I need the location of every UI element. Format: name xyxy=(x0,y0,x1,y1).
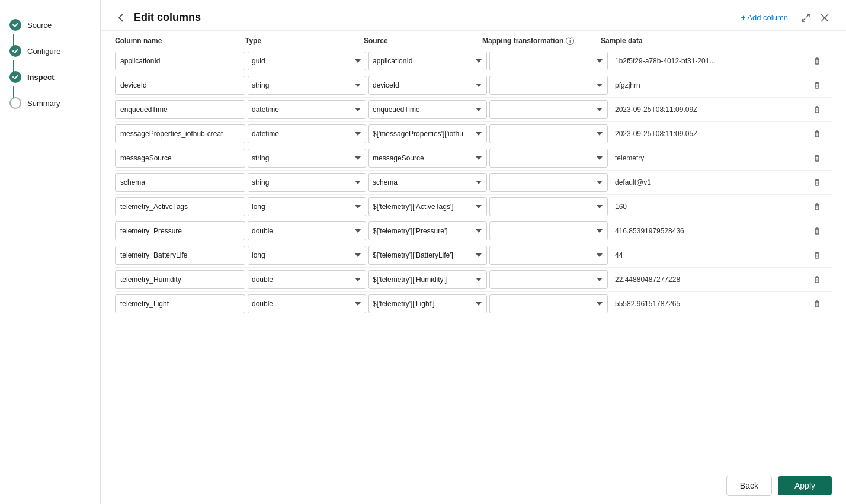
sample-data-cell: 22.44880487277228 xyxy=(610,275,808,284)
sidebar-item-configure[interactable]: Configure xyxy=(0,38,100,64)
mapping-select[interactable] xyxy=(489,76,608,95)
column-name-input[interactable] xyxy=(115,149,245,168)
type-select[interactable]: guidstringdatetimelongdoubleintboolean xyxy=(248,100,366,119)
apply-button[interactable]: Apply xyxy=(778,476,832,495)
sidebar-label-configure: Configure xyxy=(27,47,60,56)
step-icon-source xyxy=(9,19,21,31)
column-name-input[interactable] xyxy=(115,221,245,240)
table-row: guidstringdatetimelongdoubleintboolean$[… xyxy=(115,243,832,268)
type-select[interactable]: guidstringdatetimelongdoubleintboolean xyxy=(248,246,366,265)
delete-row-button[interactable] xyxy=(810,200,832,213)
mapping-select[interactable] xyxy=(489,52,608,70)
column-name-input[interactable] xyxy=(115,173,245,192)
delete-row-button[interactable] xyxy=(810,79,832,92)
delete-row-button[interactable] xyxy=(810,249,832,262)
column-name-input[interactable] xyxy=(115,52,245,70)
source-select[interactable]: messageSource xyxy=(368,149,487,168)
delete-row-button[interactable] xyxy=(810,273,832,286)
sample-data-cell: 160 xyxy=(610,203,808,211)
table-row: guidstringdatetimelongdoubleintboolean$[… xyxy=(115,122,832,146)
mapping-select[interactable] xyxy=(489,270,608,289)
page-title: Edit columns xyxy=(134,11,729,24)
delete-row-button[interactable] xyxy=(810,176,832,189)
source-select[interactable]: enqueuedTime xyxy=(368,100,487,119)
column-headers: Column name Type Source Mapping transfor… xyxy=(115,31,832,49)
table-row: guidstringdatetimelongdoubleintboolean$[… xyxy=(115,268,832,292)
column-name-input[interactable] xyxy=(115,246,245,265)
mapping-select[interactable] xyxy=(489,294,608,313)
delete-row-button[interactable] xyxy=(810,224,832,237)
footer: Back Apply xyxy=(101,467,846,504)
delete-row-button[interactable] xyxy=(810,297,832,310)
mapping-select[interactable] xyxy=(489,246,608,265)
sample-data-cell: pfgzjhrn xyxy=(610,81,808,89)
sample-data-cell: 2023-09-25T08:11:09.05Z xyxy=(610,130,808,138)
mapping-select[interactable] xyxy=(489,197,608,216)
column-name-input[interactable] xyxy=(115,270,245,289)
source-select[interactable]: schema xyxy=(368,173,487,192)
column-name-input[interactable] xyxy=(115,76,245,95)
type-select[interactable]: guidstringdatetimelongdoubleintboolean xyxy=(248,52,366,70)
mapping-select[interactable] xyxy=(489,124,608,143)
source-select[interactable]: $['telemetry']['Light'] xyxy=(368,294,487,313)
type-select[interactable]: guidstringdatetimelongdoubleintboolean xyxy=(248,149,366,168)
type-select[interactable]: guidstringdatetimelongdoubleintboolean xyxy=(248,76,366,95)
col-header-source: Source xyxy=(364,37,482,45)
col-header-type: Type xyxy=(245,37,364,45)
step-icon-configure xyxy=(9,45,21,57)
source-select[interactable]: applicationId xyxy=(368,52,487,70)
type-select[interactable]: guidstringdatetimelongdoubleintboolean xyxy=(248,124,366,143)
type-select[interactable]: guidstringdatetimelongdoubleintboolean xyxy=(248,173,366,192)
mapping-select[interactable] xyxy=(489,221,608,240)
source-select[interactable]: $['telemetry']['BatteryLife'] xyxy=(368,246,487,265)
header: Edit columns + Add column xyxy=(101,0,846,31)
delete-row-button[interactable] xyxy=(810,152,832,165)
source-select[interactable]: deviceId xyxy=(368,76,487,95)
delete-row-button[interactable] xyxy=(810,54,832,68)
sample-data-cell: 416.85391979528436 xyxy=(610,227,808,235)
step-icon-inspect xyxy=(9,71,21,83)
sample-data-cell: 1b2f5f29-a78b-4012-bf31-201... xyxy=(610,57,808,65)
delete-row-button[interactable] xyxy=(810,127,832,140)
sidebar-item-source[interactable]: Source xyxy=(0,12,100,38)
sample-data-cell: telemetry xyxy=(610,154,808,162)
sidebar-item-summary[interactable]: Summary xyxy=(0,90,100,116)
table-row: guidstringdatetimelongdoubleintboolean$[… xyxy=(115,292,832,316)
mapping-select[interactable] xyxy=(489,173,608,192)
column-name-input[interactable] xyxy=(115,100,245,119)
col-header-mapping: Mapping transformation i xyxy=(482,37,601,45)
table-row: guidstringdatetimelongdoubleintbooleande… xyxy=(115,73,832,98)
table-row: guidstringdatetimelongdoubleintbooleanen… xyxy=(115,98,832,122)
add-column-button[interactable]: + Add column xyxy=(735,9,794,25)
rows-container: guidstringdatetimelongdoubleintbooleanap… xyxy=(115,49,832,316)
source-select[interactable]: $['telemetry']['Humidity'] xyxy=(368,270,487,289)
source-select[interactable]: $['telemetry']['Pressure'] xyxy=(368,221,487,240)
mapping-select[interactable] xyxy=(489,100,608,119)
delete-row-button[interactable] xyxy=(810,103,832,116)
expand-icon-button[interactable] xyxy=(799,11,813,25)
column-name-input[interactable] xyxy=(115,294,245,313)
table-row: guidstringdatetimelongdoubleintbooleansc… xyxy=(115,171,832,195)
back-navigation-button[interactable] xyxy=(115,11,128,24)
type-select[interactable]: guidstringdatetimelongdoubleintboolean xyxy=(248,294,366,313)
sidebar-label-summary: Summary xyxy=(27,99,60,108)
column-name-input[interactable] xyxy=(115,124,245,143)
type-select[interactable]: guidstringdatetimelongdoubleintboolean xyxy=(248,221,366,240)
sample-data-cell: 55582.96151787265 xyxy=(610,300,808,308)
sample-data-cell: default@v1 xyxy=(610,178,808,187)
close-icon-button[interactable] xyxy=(818,11,832,25)
col-header-sample: Sample data xyxy=(601,37,810,45)
sidebar-label-inspect: Inspect xyxy=(27,73,55,82)
header-right: + Add column xyxy=(735,9,832,25)
source-select[interactable]: $['messageProperties']['iothu xyxy=(368,124,487,143)
type-select[interactable]: guidstringdatetimelongdoubleintboolean xyxy=(248,270,366,289)
back-button[interactable]: Back xyxy=(726,476,772,496)
type-select[interactable]: guidstringdatetimelongdoubleintboolean xyxy=(248,197,366,216)
sidebar-label-source: Source xyxy=(27,21,52,30)
mapping-select[interactable] xyxy=(489,149,608,168)
col-header-column-name: Column name xyxy=(115,37,245,45)
source-select[interactable]: $['telemetry']['ActiveTags'] xyxy=(368,197,487,216)
sample-data-cell: 44 xyxy=(610,251,808,259)
column-name-input[interactable] xyxy=(115,197,245,216)
sidebar-item-inspect[interactable]: Inspect xyxy=(0,64,100,90)
